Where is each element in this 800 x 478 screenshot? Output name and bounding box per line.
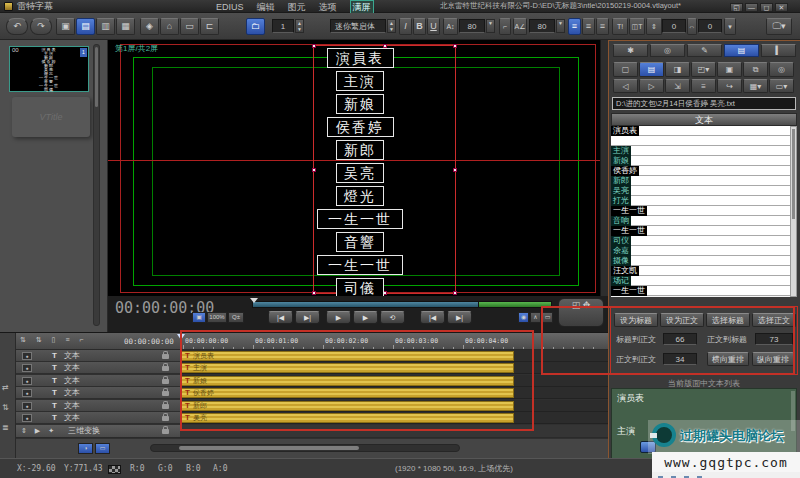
text-list-item[interactable]: 一生一世 [611,206,647,216]
timeline-hscrollbar[interactable] [150,444,460,452]
panel-io-button-1[interactable]: ◁ [613,79,638,93]
title-text-box[interactable]: 燈光 [336,186,384,206]
panel-tool-button-5[interactable]: ▣ [717,62,742,77]
current-list-scrollbar[interactable] [791,391,795,431]
body-to-title-value[interactable]: 73 [755,333,793,345]
lock-icon[interactable] [162,391,169,396]
selection-handle[interactable] [453,44,457,48]
text-list-item[interactable]: 主演 [611,146,631,156]
maximize-button[interactable]: ◻ [760,3,773,12]
track-body[interactable]: T吴亮 [180,412,608,424]
lock-icon[interactable] [162,416,169,421]
text-file-path-field[interactable]: D:\进的文包\2月14日侯香婷 吴亮.txt [612,97,796,110]
align-button-3[interactable]: ≡ [596,18,609,35]
title-to-body-value[interactable]: 66 [663,333,697,345]
text-direction-button-2[interactable]: ◫T [629,18,645,35]
text-list-item[interactable]: 音响 [611,216,631,226]
horizontal-rearrange-button[interactable]: 横向重排 [707,352,749,366]
selection-handle[interactable] [453,291,457,295]
track-body[interactable]: T主演 [180,362,608,374]
selection-handle[interactable] [312,168,316,172]
text-list-item[interactable]: 司仪 [611,236,631,246]
track-header[interactable]: ●T文本 [16,400,180,412]
text-list-row[interactable]: 主演 [611,146,790,156]
panel-tool-button-4[interactable]: ◰▾ [691,62,716,77]
select-body-button[interactable]: 选择正文 [752,313,796,327]
page-thumbnail[interactable]: 00 1 演員表主演新娘侯香婷新郎吴亮燈光一生一世音響一生一世司儀 [9,46,89,92]
timeline-clip[interactable]: T侯香婷 [180,388,514,398]
track-visibility-toggle[interactable]: ● [22,364,32,372]
align-button-1[interactable]: ≡ [568,18,581,35]
char-width-dropdown[interactable]: ▼ [556,19,565,33]
italic-button[interactable]: I [399,18,412,35]
zoom-level-button[interactable]: 100% [207,312,227,323]
font-family-select[interactable]: 迷你繁启体 [330,19,386,33]
mode-button-3[interactable]: ▥ [96,18,115,35]
text-list-row[interactable]: 新娘 [611,156,790,166]
more-options-dropdown[interactable]: ▾ [724,18,736,35]
lock-ratio-icon[interactable]: ⌐ [499,18,511,35]
output-tools-group[interactable]: ◰ ✥ [558,298,604,327]
text-direction-button-1[interactable]: T! [612,18,628,35]
text-list-item[interactable]: 侯香婷 [611,166,639,176]
track-body[interactable]: T演员表 [180,350,608,362]
text-list-row[interactable]: 汪文凯 [611,266,790,276]
title-text-box[interactable]: 音響 [336,232,384,252]
thumbnail-scrollbar[interactable] [93,44,100,326]
align-button-2[interactable]: ≡ [582,18,595,35]
text-list-item[interactable]: 演员表 [611,126,639,136]
timeline-clip[interactable]: T新娘 [180,376,514,386]
lock-icon[interactable] [162,379,169,384]
text-list-item[interactable]: 汪文凯 [611,266,639,276]
track-body[interactable]: T新郎 [180,400,608,412]
text-list-item[interactable]: 一生一世 [611,286,647,296]
track-visibility-toggle[interactable]: ● [22,352,32,360]
text-list-item[interactable]: 摄像 [611,256,631,266]
monitor-output-button[interactable]: 🖵▾ [766,18,792,35]
panel-tool-button-6[interactable]: ⧉ [743,62,768,77]
thumbnail-scrollbar-thumb[interactable] [95,47,98,107]
track-visibility-toggle[interactable]: ● [22,402,32,410]
text-list-row[interactable]: 一生一世 [611,206,790,216]
panel-tab-4[interactable]: ▤ [724,44,759,57]
preview-scrollbar[interactable] [600,40,608,296]
layer-count-field[interactable]: 1 [272,19,294,33]
panel-tab-1[interactable]: ✱ [613,44,648,57]
transport-option-button-3[interactable]: ▭ [542,312,553,323]
lock-icon[interactable] [162,429,169,434]
transform-track-body[interactable] [180,425,608,438]
text-list-item[interactable]: 一生一世 [611,226,647,236]
title-text-box[interactable]: 吴亮 [336,163,384,183]
transform-track-header[interactable]: ⇕ ▶ ✦ 三维变换 [16,425,180,438]
restore-button[interactable]: ◱ [730,3,743,12]
font-size-field[interactable]: 80 [459,19,485,33]
body-to-body-value[interactable]: 34 [663,353,697,365]
vertical-rearrange-button[interactable]: 纵向重排 [752,352,794,366]
track-header[interactable]: ●T文本 [16,375,180,387]
panel-io-button-4[interactable]: ≡ [691,79,716,93]
text-list-item[interactable]: 场记 [611,276,631,286]
text-list-item[interactable]: 打光 [611,196,631,206]
play-all-button[interactable]: ▶ [353,311,378,324]
text-list-row[interactable]: 一生一世 [611,226,790,236]
seek-position-marker[interactable] [250,298,258,303]
transport-option-button-1[interactable]: ◉ [518,312,529,323]
text-list-row[interactable] [611,136,790,146]
text-list-row[interactable]: 音响 [611,216,790,226]
transport-option-button-2[interactable]: ∧ [530,312,541,323]
menu-图元[interactable]: 图元 [288,1,306,13]
title-text-box[interactable]: 侯香婷 [327,117,394,137]
preview-canvas[interactable]: 第1屏/共2屏 演員表主演新娘侯香婷新郎吴亮燈光一生一世音響一生一世司儀 [108,40,600,296]
title-text-box[interactable]: 司儀 [336,278,384,296]
menu-选项[interactable]: 选项 [319,1,337,13]
panel-io-button-3[interactable]: ⇲ [665,79,690,93]
title-text-box[interactable]: 新郎 [336,140,384,160]
lock-icon[interactable] [162,404,169,409]
select-title-button[interactable]: 选择标题 [706,313,750,327]
panel-tool-button-7[interactable]: ◎ [769,62,794,77]
menu-EDIUS[interactable]: EDIUS [216,1,244,13]
text-list-row[interactable]: 余嘉 [611,246,790,256]
panel-tool-button-1[interactable]: ▢ [613,62,638,77]
timeline-tool-icon-1[interactable]: ⇄ [2,383,9,392]
title-text-box[interactable]: 演員表 [327,48,394,68]
